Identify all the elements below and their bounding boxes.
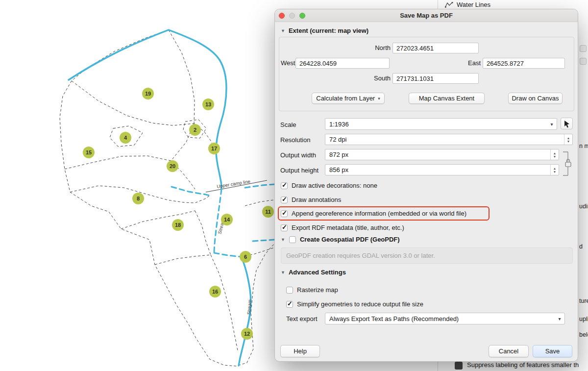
calculate-from-layer-button[interactable]: Calculate from Layer ▾: [312, 93, 385, 104]
help-button[interactable]: Help: [280, 345, 320, 357]
text-export-combobox[interactable]: Always Export Text as Paths (Recommended…: [325, 313, 565, 324]
rasterize-map-label: Rasterize map: [297, 286, 338, 294]
output-height-value: 856 px: [329, 165, 348, 175]
map-marker: 2: [189, 124, 201, 136]
save-button[interactable]: Save: [533, 345, 572, 357]
cancel-label: Cancel: [499, 347, 518, 355]
cancel-button[interactable]: Cancel: [489, 345, 529, 357]
map-marker: 18: [172, 219, 184, 231]
draw-decorations-checkbox[interactable]: [281, 182, 288, 189]
rasterize-map-checkbox[interactable]: [286, 287, 293, 294]
clipped-text-fragment: bele: [579, 331, 588, 338]
append-georeference-row: Append georeference information (embedde…: [281, 210, 466, 217]
map-marker: 17: [208, 143, 220, 154]
output-height-spinbox[interactable]: 856 px ▲▼: [325, 164, 559, 175]
dialog-title: Save Map as PDF: [400, 12, 453, 19]
water-lines: [69, 30, 251, 366]
map-canvas-extent-button[interactable]: Map Canvas Extent: [409, 93, 485, 104]
panel-icon[interactable]: [580, 58, 587, 65]
output-width-spinbox[interactable]: 872 px ▲▼: [325, 149, 559, 160]
cursor-icon: [563, 120, 571, 128]
map-marker: 12: [241, 328, 253, 340]
color-swatch-button[interactable]: [455, 362, 463, 370]
north-input[interactable]: 272023.4651: [392, 43, 479, 53]
line-symbol-icon: [445, 1, 453, 8]
map-marker: 15: [83, 147, 95, 158]
clipped-text-fragment: upli: [579, 316, 588, 322]
clipped-text-fragment: ture: [579, 297, 588, 304]
output-height-label: Output height: [280, 167, 318, 174]
collapse-triangle-icon[interactable]: ▼: [281, 270, 285, 275]
extent-header-label: Extent (current: map view): [289, 27, 368, 34]
clipped-text-fragment: d: [579, 243, 583, 250]
resolution-spinbox[interactable]: 72 dpi ▲▼: [325, 134, 573, 145]
map-marker: 8: [132, 193, 144, 204]
create-geopdf-label: Create Geospatial PDF (GeoPDF): [300, 236, 400, 243]
south-input[interactable]: 271731.1031: [392, 73, 479, 84]
zoom-window-button[interactable]: [299, 13, 305, 19]
map-marker: 13: [202, 99, 214, 110]
rasterize-map-row: Rasterize map: [286, 286, 338, 294]
clipped-text-fragment: udin: [579, 203, 588, 210]
draw-annotations-row: Draw annotations: [281, 196, 341, 203]
chevron-down-icon: ▾: [547, 119, 557, 129]
advanced-settings-label: Advanced Settings: [289, 269, 346, 276]
help-label: Help: [294, 347, 307, 355]
chevron-down-icon: ▾: [378, 96, 380, 101]
scale-value: 1:1936: [329, 119, 349, 129]
resolution-label: Resolution: [280, 136, 310, 144]
collapse-triangle-icon[interactable]: ▼: [281, 28, 285, 33]
create-geopdf-row: ▼ Create Geospatial PDF (GeoPDF): [281, 236, 400, 243]
text-export-label: Text export: [286, 315, 318, 322]
chevron-down-icon: ▾: [555, 313, 564, 324]
clipped-text-fragment: n m: [579, 143, 588, 149]
set-scale-from-canvas-button[interactable]: [561, 118, 573, 129]
export-rdf-row: Export RDF metadata (title, author, etc.…: [281, 224, 404, 231]
draw-on-canvas-button[interactable]: Draw on Canvas: [508, 93, 563, 104]
draw-annotations-label: Draw annotations: [292, 196, 341, 203]
simplify-geometries-checkbox[interactable]: [286, 301, 293, 308]
east-input[interactable]: 264525.8727: [483, 58, 565, 69]
suppress-labeling-label: Suppress labeling of features smaller th: [467, 361, 579, 369]
collapse-triangle-icon[interactable]: ▼: [281, 237, 285, 242]
text-export-value: Always Export Text as Paths (Recommended…: [329, 313, 459, 324]
save-map-as-pdf-dialog: Save Map as PDF ▼ Extent (current: map v…: [274, 9, 578, 362]
lock-aspect-ratio-icon[interactable]: [561, 150, 573, 177]
scale-combobox[interactable]: 1:1936 ▾: [325, 118, 557, 130]
append-georeference-label: Append georeference information (embedde…: [292, 210, 466, 217]
output-width-value: 872 px: [329, 149, 348, 160]
advanced-settings-header[interactable]: ▼ Advanced Settings: [281, 269, 346, 276]
append-georeference-checkbox[interactable]: [281, 210, 288, 217]
map-marker: 20: [167, 160, 178, 172]
output-width-label: Output width: [280, 151, 316, 159]
minimize-window-button[interactable]: [289, 13, 295, 19]
save-label: Save: [545, 347, 560, 355]
layer-label: Water Lines: [457, 1, 490, 8]
south-label: South: [370, 74, 391, 82]
map-marker: 19: [142, 88, 154, 99]
map-marker: 11: [262, 206, 274, 218]
map-marker: 14: [221, 214, 233, 225]
stepper-arrows-icon[interactable]: ▲▼: [550, 165, 559, 175]
simplify-geometries-label: Simplify geometries to reduce output fil…: [297, 300, 423, 308]
north-label: North: [371, 44, 391, 51]
create-geopdf-checkbox[interactable]: [289, 236, 296, 243]
map-label-stream-2: Stream: [246, 299, 252, 315]
parcel-boundaries: [60, 30, 275, 366]
stepper-arrows-icon[interactable]: ▲▼: [550, 149, 559, 160]
stepper-arrows-icon[interactable]: ▲▼: [564, 134, 572, 145]
draw-annotations-checkbox[interactable]: [281, 197, 288, 203]
resolution-value: 72 dpi: [329, 134, 346, 145]
west-input[interactable]: 264228.0459: [295, 58, 390, 69]
east-label: East: [465, 59, 481, 67]
simplify-geometries-row: Simplify geometries to reduce output fil…: [286, 300, 423, 308]
map-marker: 16: [209, 286, 221, 297]
close-window-button[interactable]: [279, 13, 285, 19]
extent-section-header[interactable]: ▼ Extent (current: map view): [281, 27, 368, 34]
layer-item-water-lines[interactable]: Water Lines: [438, 0, 588, 9]
west-label: West: [281, 59, 294, 67]
dialog-titlebar[interactable]: Save Map as PDF: [275, 9, 578, 22]
draw-on-canvas-label: Draw on Canvas: [512, 95, 559, 102]
export-rdf-checkbox[interactable]: [281, 224, 288, 231]
panel-icon[interactable]: [580, 45, 587, 52]
